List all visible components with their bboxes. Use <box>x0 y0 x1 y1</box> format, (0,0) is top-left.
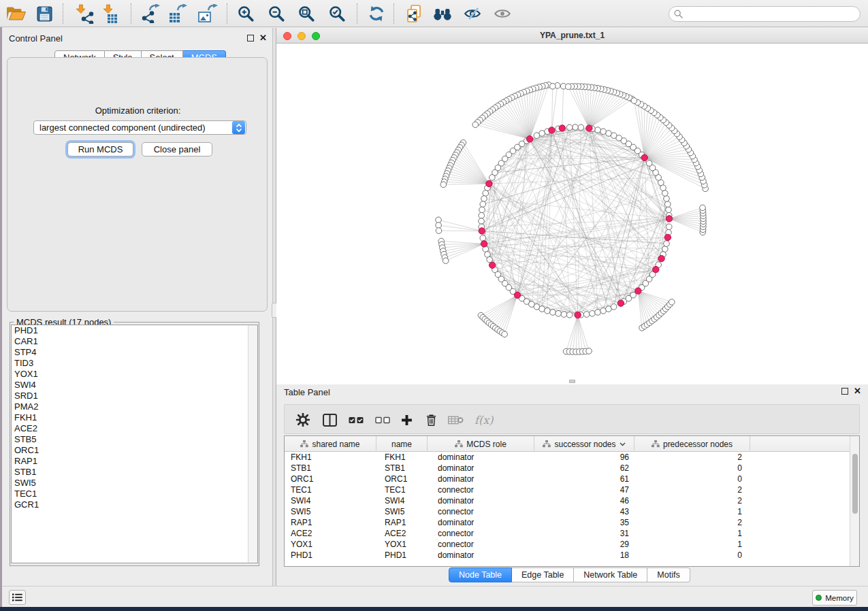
plus-icon <box>401 414 413 426</box>
mcds-result-item[interactable]: STB1 <box>12 467 248 478</box>
table-row[interactable]: FKH1FKH1dominator962 <box>285 452 850 463</box>
table-cell: 0 <box>634 550 750 561</box>
save-session-button[interactable] <box>33 4 55 23</box>
mcds-result-item[interactable]: PMA2 <box>12 401 248 412</box>
import-network-button[interactable] <box>74 4 95 23</box>
table-row[interactable]: STB1STB1dominator620 <box>285 463 850 474</box>
zoom-fit-button[interactable] <box>295 4 317 23</box>
zoom-out-icon <box>268 5 285 22</box>
mcds-result-item[interactable]: PHD1 <box>12 325 248 336</box>
hide-selected-button[interactable] <box>462 4 483 23</box>
table-row[interactable]: PHD1PHD1dominator180 <box>285 550 850 561</box>
mcds-result-item[interactable]: FKH1 <box>12 412 248 423</box>
mcds-list-scrollbar[interactable] <box>248 325 258 563</box>
network-graph[interactable] <box>276 44 868 384</box>
show-all-button[interactable] <box>492 4 513 23</box>
memory-button[interactable]: Memory <box>812 590 857 606</box>
task-history-button[interactable] <box>9 590 26 605</box>
function-builder-button[interactable]: f(x) <box>475 411 493 429</box>
column-header-filler <box>750 436 850 452</box>
zoom-fit-icon <box>298 5 315 22</box>
mcds-result-item[interactable]: SWI5 <box>12 478 248 489</box>
mcds-result-item[interactable]: STP4 <box>12 347 248 358</box>
column-header-mcds-role[interactable]: MCDS role <box>428 436 534 452</box>
mcds-result-item[interactable]: GCR1 <box>12 499 248 510</box>
export-table-button[interactable] <box>167 4 189 23</box>
deselect-all-button[interactable] <box>375 411 390 429</box>
network-canvas[interactable] <box>276 44 868 384</box>
table-row[interactable]: SWI5SWI5connector431 <box>285 506 850 517</box>
import-table-icon <box>101 4 120 24</box>
column-header-shared-name[interactable]: shared name <box>285 436 376 452</box>
table-row[interactable]: ACE2ACE2connector311 <box>285 528 850 539</box>
mcds-result-list[interactable]: PHD1CAR1STP4TID3YOX1SWI4SRD1PMA2FKH1ACE2… <box>11 325 248 563</box>
search-text[interactable] <box>686 10 849 19</box>
refresh-layout-button[interactable] <box>366 4 387 23</box>
search-icon <box>674 10 683 18</box>
node-table-body: FKH1FKH1dominator962STB1STB1dominator620… <box>285 452 850 561</box>
mcds-result-item[interactable]: STB5 <box>12 434 248 445</box>
search-input[interactable] <box>669 6 861 22</box>
table-cell: 31 <box>534 528 634 539</box>
table-panel: Table Panel ✕ <box>276 384 868 586</box>
zoom-out-button[interactable] <box>266 4 287 23</box>
table-cell: ACE2 <box>376 528 428 539</box>
open-file-button[interactable] <box>5 4 27 23</box>
desktop-edge-bottom <box>0 607 868 611</box>
mcds-result-item[interactable]: TID3 <box>12 358 248 369</box>
table-cell: STB1 <box>285 463 376 474</box>
mcds-result-item[interactable]: SWI4 <box>12 380 248 391</box>
mcds-result-item[interactable]: ACE2 <box>12 423 248 434</box>
gear-icon <box>296 413 310 427</box>
zoom-selected-button[interactable] <box>326 4 348 23</box>
export-network-button[interactable] <box>140 4 162 23</box>
table-row[interactable]: SWI4SWI4dominator462 <box>285 495 850 506</box>
tab-motifs[interactable]: Motifs <box>647 567 690 582</box>
control-panel-title: Control Panel <box>9 33 63 44</box>
close-table-panel-icon[interactable]: ✕ <box>854 388 861 395</box>
mcds-result-item[interactable]: TEC1 <box>12 489 248 499</box>
delete-table-button[interactable] <box>448 411 464 429</box>
optimization-criterion-select[interactable]: largest connected component (undirected) <box>33 120 246 135</box>
table-row[interactable]: YOX1YOX1connector291 <box>285 539 850 550</box>
zoom-in-button[interactable] <box>235 4 257 23</box>
table-cell: connector <box>428 539 534 550</box>
column-settings-button[interactable] <box>296 411 310 429</box>
close-panel-icon[interactable]: ✕ <box>259 35 267 42</box>
table-cell <box>750 495 850 506</box>
table-row[interactable]: TEC1TEC1connector472 <box>285 484 850 495</box>
mcds-result-item[interactable]: RAP1 <box>12 456 248 467</box>
close-panel-button[interactable]: Close panel <box>142 142 212 156</box>
table-cell: 1 <box>634 528 750 539</box>
tab-edge-table[interactable]: Edge Table <box>512 567 574 582</box>
float-panel-icon[interactable] <box>247 35 254 42</box>
mcds-result-item[interactable]: ORC1 <box>12 445 248 456</box>
table-row[interactable]: RAP1RAP1dominator352 <box>285 517 850 528</box>
duplicate-network-button[interactable] <box>403 4 425 23</box>
run-mcds-button[interactable]: Run MCDS <box>67 142 133 156</box>
table-scrollbar[interactable] <box>850 436 859 566</box>
column-header-predecessor-nodes[interactable]: predecessor nodes <box>634 436 750 452</box>
tab-network-table[interactable]: Network Table <box>574 567 647 582</box>
float-table-panel-icon[interactable] <box>841 388 848 395</box>
table-cell: 2 <box>634 495 750 506</box>
column-header-successor-nodes[interactable]: successor nodes <box>534 436 634 452</box>
mcds-result-item[interactable]: SRD1 <box>12 391 248 401</box>
column-header-name[interactable]: name <box>376 436 428 452</box>
table-cell: connector <box>428 528 534 539</box>
table-row[interactable]: ORC1ORC1dominator610 <box>285 474 850 484</box>
mcds-result-item[interactable]: YOX1 <box>12 369 248 380</box>
table-cell: 1 <box>634 539 750 550</box>
canvas-grip[interactable] <box>569 380 575 383</box>
split-columns-button[interactable] <box>323 411 337 429</box>
import-table-button[interactable] <box>99 4 121 23</box>
find-button[interactable] <box>432 4 453 23</box>
select-all-button[interactable] <box>349 411 364 429</box>
export-image-button[interactable] <box>197 4 219 23</box>
add-column-button[interactable] <box>401 411 413 429</box>
tab-node-table[interactable]: Node Table <box>449 567 512 582</box>
table-scrollbar-thumb[interactable] <box>852 454 858 514</box>
mcds-result-item[interactable]: CAR1 <box>12 336 248 347</box>
table-cell: dominator <box>428 550 534 561</box>
delete-column-button[interactable] <box>425 411 437 429</box>
